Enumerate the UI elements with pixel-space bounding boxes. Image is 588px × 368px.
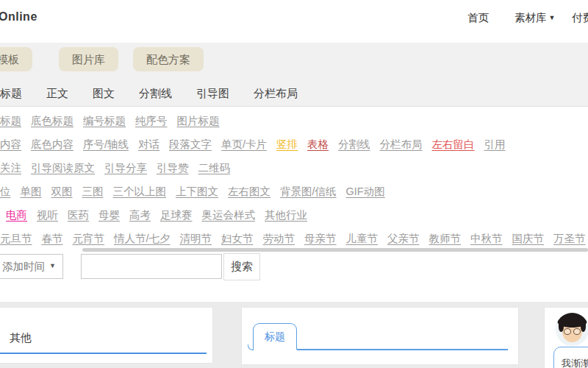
filter-row-titles: 标题底色标题编号标题纯序号图片标题 <box>0 114 220 128</box>
category-link[interactable]: 左右留白 <box>432 138 475 152</box>
section-tab[interactable]: 标题 <box>0 82 22 105</box>
category-link[interactable]: 标题 <box>0 114 21 128</box>
category-link[interactable]: 妇女节 <box>221 232 254 246</box>
nav-paid[interactable]: 付费 <box>572 11 588 25</box>
filter-row-content: 内容底色内容序号/轴线对话段落文字单页/卡片竖排表格分割线分栏布局左右留白引用 <box>0 138 506 152</box>
category-link[interactable]: 足球赛 <box>160 208 193 222</box>
filter-row-images: 位单图双图三图三个以上图上下图文左右图文背景图/信纸GIF动图 <box>0 185 385 199</box>
nav-material-library[interactable]: 素材库▼ <box>514 11 555 25</box>
template-results-section: 其他 标题 我渐渐 <box>0 302 588 368</box>
category-link[interactable]: 高考 <box>129 208 151 222</box>
category-link[interactable]: 内容 <box>0 138 21 152</box>
category-link[interactable]: 元旦节 <box>0 232 32 246</box>
avatar <box>556 313 588 346</box>
section-tab[interactable]: 正文 <box>46 82 68 105</box>
avatar-glasses <box>573 328 581 335</box>
category-link[interactable]: 电商 <box>6 208 27 222</box>
category-link[interactable]: 春节 <box>42 232 63 246</box>
template-card-other[interactable]: 其他 <box>0 307 213 364</box>
section-tabs: 标题正文图文分割线引导图分栏布局 <box>0 82 298 105</box>
horizontal-scrollbar[interactable] <box>82 248 588 252</box>
tab-image-library[interactable]: 图片库 <box>59 47 118 71</box>
tab-shape-label: 标题 <box>254 330 296 344</box>
quote-box: 我渐渐 <box>553 347 588 368</box>
category-link[interactable]: 其他行业 <box>265 208 307 222</box>
category-link[interactable]: 母婴 <box>98 208 120 222</box>
category-link[interactable]: 视听 <box>37 208 58 222</box>
chevron-down-icon: ▼ <box>549 14 556 21</box>
category-link[interactable]: 引导阅读原文 <box>31 161 95 175</box>
tool-band: 模板 图片库 配色方案 标题正文图文分割线引导图分栏布局 <box>0 43 588 107</box>
category-link[interactable]: 清明节 <box>180 232 212 246</box>
template-card-avatar-quote[interactable]: 我渐渐 <box>544 307 588 368</box>
category-link[interactable]: 母亲节 <box>304 232 337 246</box>
quote-text: 我渐渐 <box>562 357 588 368</box>
category-link[interactable]: 单页/卡片 <box>221 138 267 152</box>
category-link[interactable]: 三图 <box>82 185 104 199</box>
page: Online 首页 素材库▼ 付费 模板 图片库 配色方案 标题正文图文分割线引… <box>0 0 588 368</box>
section-tab[interactable]: 分栏布局 <box>254 82 298 105</box>
filter-row-holidays: 元旦节春节元宵节情人节/七夕清明节妇女节劳动节母亲节儿童节父亲节教师节中秋节国庆… <box>0 232 588 246</box>
time-filter-select[interactable]: 添加时间 ▼ <box>0 254 63 279</box>
section-tab[interactable]: 引导图 <box>196 82 229 105</box>
category-link[interactable]: 纯序号 <box>135 114 168 128</box>
filter-row-guides: 关注引导阅读原文引导分享引导赞二维码 <box>0 161 230 175</box>
category-link[interactable]: 位 <box>0 185 11 199</box>
category-link[interactable]: 二维码 <box>198 161 231 175</box>
category-link[interactable]: 国庆节 <box>512 232 545 246</box>
category-link[interactable]: 情人节/七夕 <box>114 232 171 246</box>
category-link[interactable]: 图片标题 <box>177 114 220 128</box>
tab-templates[interactable]: 模板 <box>0 47 32 71</box>
section-tab[interactable]: 分割线 <box>139 82 172 105</box>
time-filter-label: 添加时间 <box>2 260 45 274</box>
tab-baseline <box>297 349 508 350</box>
tab-color-schemes[interactable]: 配色方案 <box>133 47 204 71</box>
select-arrow-icon: ▼ <box>49 262 56 269</box>
category-link[interactable]: 中秋节 <box>470 232 503 246</box>
category-link[interactable]: 序号/轴线 <box>83 138 129 152</box>
tab-shape: 标题 <box>253 323 297 350</box>
category-link[interactable]: 医药 <box>68 208 89 222</box>
tab-shape-hook <box>248 344 254 350</box>
category-link[interactable]: 背景图/信纸 <box>280 185 337 199</box>
category-link[interactable]: 左右图文 <box>228 185 270 199</box>
category-link[interactable]: 引导赞 <box>157 161 189 175</box>
category-link[interactable]: 奥运会样式 <box>202 208 256 222</box>
nav-home[interactable]: 首页 <box>467 11 489 25</box>
category-link[interactable]: 引导分享 <box>104 161 147 175</box>
category-link[interactable]: 段落文字 <box>169 138 212 152</box>
category-link[interactable]: 分割线 <box>338 138 370 152</box>
category-link[interactable]: 竖排 <box>276 138 298 152</box>
category-link[interactable]: 表格 <box>307 138 329 152</box>
blue-underline <box>0 353 207 354</box>
avatar-glasses <box>564 328 571 335</box>
category-link[interactable]: 教师节 <box>429 232 462 246</box>
template-card-title-tab[interactable]: 标题 <box>241 307 519 365</box>
site-logo: Online <box>0 10 37 24</box>
category-link[interactable]: 上下图文 <box>176 185 218 199</box>
category-link[interactable]: 编号标题 <box>83 114 126 128</box>
template-title-text: 其他 <box>10 331 32 345</box>
category-link[interactable]: 单图 <box>21 185 42 199</box>
category-link[interactable]: 儿童节 <box>346 232 379 246</box>
category-link[interactable]: 底色内容 <box>31 138 74 152</box>
category-link[interactable]: 元宵节 <box>73 232 105 246</box>
filter-row-industry: 电商视听医药母婴高考足球赛奥运会样式其他行业 <box>6 208 307 222</box>
section-tab[interactable]: 图文 <box>93 82 115 105</box>
category-link[interactable]: 关注 <box>0 161 21 175</box>
category-link[interactable]: GIF动图 <box>346 185 385 199</box>
category-link[interactable]: 三个以上图 <box>113 185 167 199</box>
category-link[interactable]: 分栏布局 <box>380 138 423 152</box>
category-link[interactable]: 劳动节 <box>263 232 295 246</box>
top-header: Online 首页 素材库▼ 付费 <box>0 0 588 43</box>
category-link[interactable]: 双图 <box>51 185 73 199</box>
category-link[interactable]: 底色标题 <box>31 114 74 128</box>
category-link[interactable]: 引用 <box>484 138 506 152</box>
search-input[interactable] <box>81 254 222 279</box>
search-button[interactable]: 搜索 <box>223 253 260 280</box>
category-link[interactable]: 万圣节 <box>553 232 586 246</box>
category-link[interactable]: 对话 <box>138 138 159 152</box>
category-link[interactable]: 父亲节 <box>387 232 420 246</box>
